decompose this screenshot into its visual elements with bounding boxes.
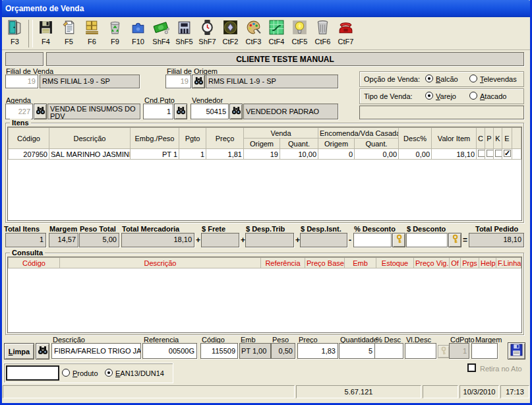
col-valor-item[interactable]: Valor Item: [432, 128, 477, 149]
filial-origem-code-field[interactable]: 19: [165, 75, 191, 88]
toolbar-button-shf7[interactable]: ShF7: [196, 18, 219, 49]
consulta-col-help[interactable]: Help: [479, 258, 496, 268]
entry-pct-desc-field[interactable]: [374, 343, 403, 359]
col-c[interactable]: C: [477, 128, 485, 149]
cnd-pgto-search-button[interactable]: [174, 104, 187, 119]
status-bar: 5.67.121 10/3/2010 17:13: [2, 384, 530, 400]
consulta-header-row: Código Descrição Referência Preço Base E…: [9, 258, 521, 268]
entry-codigo-field[interactable]: 115509: [200, 343, 238, 359]
col-pgto[interactable]: Pgto: [179, 128, 206, 149]
col-enc-origem[interactable]: Origem: [318, 139, 355, 149]
right-info-box: [359, 106, 524, 119]
toolbar-button-shf4[interactable]: ShF4: [150, 18, 173, 49]
consulta-col-referencia[interactable]: Referência: [261, 258, 305, 268]
radio-balcao[interactable]: [425, 75, 433, 82]
checkbox-c[interactable]: [478, 150, 485, 157]
radio-produto[interactable]: [62, 369, 70, 377]
filial-venda-code-field[interactable]: 19: [5, 75, 38, 88]
radio-ean13-label[interactable]: EAN13/DUN14: [115, 370, 164, 377]
col-preco[interactable]: Preço: [206, 128, 244, 149]
title-bar[interactable]: Orçamento de Venda: [0, 0, 532, 17]
entry-emb-display: PT 1,00: [239, 343, 271, 359]
radio-televendas[interactable]: [469, 75, 477, 82]
toolbar-button-f6[interactable]: F6: [80, 18, 103, 49]
col-k[interactable]: K: [494, 128, 502, 149]
filial-origem-search-button[interactable]: [192, 75, 205, 88]
entry-key-button: [438, 345, 450, 358]
entry-descricao-field[interactable]: FIBRA/FARELO TRIGO JA: [51, 343, 141, 359]
col-codigo[interactable]: Código: [9, 128, 49, 149]
toolbar-button-ctf7[interactable]: CtF7: [334, 18, 357, 49]
col-emb-peso[interactable]: Embg./Peso: [131, 128, 179, 149]
itens-grid-area[interactable]: Código Descrição Embg./Peso Pgto Preço V…: [7, 127, 522, 221]
consulta-col-preco-base[interactable]: Preço Base: [305, 258, 345, 268]
consulta-grid-area[interactable]: Código Descrição Referência Preço Base E…: [7, 257, 522, 333]
col-p[interactable]: P: [485, 128, 494, 149]
toolbar-button-label: CtF3: [246, 38, 262, 46]
consulta-col-emb[interactable]: Emb: [345, 258, 376, 268]
desconto-key-button[interactable]: [448, 233, 461, 247]
toolbar-button-shf5[interactable]: ShF5: [173, 18, 196, 49]
entry-referencia-field[interactable]: 00500G: [142, 343, 197, 359]
table-row[interactable]: 207950 SAL MARINHO JASMINE PT 1 1 1,81 1…: [9, 149, 521, 160]
radio-ean13[interactable]: [105, 369, 113, 377]
pct-desconto-key-button[interactable]: [392, 233, 405, 247]
vendedor-search-button[interactable]: [229, 104, 243, 119]
total-pedido-label: Total Pedido: [475, 226, 518, 233]
radio-varejo[interactable]: [425, 92, 433, 100]
entry-search-button[interactable]: [36, 343, 49, 359]
col-enc-quant[interactable]: Quant.: [355, 139, 399, 149]
radio-atacado[interactable]: [469, 92, 477, 100]
toolbar-button-ctf2[interactable]: CtF2: [219, 18, 242, 49]
col-e[interactable]: E: [502, 128, 512, 149]
col-venda-origem[interactable]: Origem: [244, 139, 280, 149]
agenda-search-button[interactable]: [34, 104, 47, 119]
entry-cdpgto-display: 1: [449, 343, 469, 359]
toolbar-button-ctf5[interactable]: CtF5: [288, 18, 311, 49]
col-venda-quant[interactable]: Quant.: [280, 139, 318, 149]
vendedor-code-field[interactable]: 50415: [191, 104, 229, 119]
consulta-col-preco-vig[interactable]: Preço Vig.: [414, 258, 450, 268]
toolbar-button-f4[interactable]: F4: [34, 18, 57, 49]
radio-atacado-label[interactable]: Atacado: [480, 93, 506, 100]
toolbar-button-ctf4[interactable]: CtF4: [265, 18, 288, 49]
col-desc-pct[interactable]: Desc%: [399, 128, 432, 149]
consulta-col-descricao[interactable]: Descrição: [60, 258, 261, 268]
desconto-field[interactable]: [406, 233, 448, 247]
consulta-col-of[interactable]: Of: [450, 258, 461, 268]
toolbar-button-f5[interactable]: F5: [57, 18, 80, 49]
entry-save-button[interactable]: [508, 342, 525, 359]
limpa-button[interactable]: Limpa: [4, 343, 34, 359]
toolbar-button-ctf6[interactable]: CtF6: [311, 18, 334, 49]
entry-margem-field[interactable]: [471, 343, 498, 359]
toolbar-button-f9[interactable]: F9: [103, 18, 127, 49]
toolbar-button-label: ShF4: [152, 38, 169, 46]
barcode-input[interactable]: [6, 365, 59, 381]
tipo-venda-frame: Tipo de Venda: Varejo Atacado: [359, 88, 524, 104]
consulta-col-flinha[interactable]: F.Linha: [496, 258, 521, 268]
checkbox-p[interactable]: [487, 150, 494, 157]
checkbox-k[interactable]: [495, 150, 502, 157]
retira-no-ato-checkbox[interactable]: [467, 363, 476, 372]
toolbar-button-ctf3[interactable]: CtF3: [242, 18, 265, 49]
radio-televendas-label[interactable]: Televendas: [480, 76, 517, 83]
consulta-col-estoque[interactable]: Estoque: [376, 258, 414, 268]
pct-desconto-field[interactable]: [353, 233, 392, 247]
radio-varejo-label[interactable]: Varejo: [436, 93, 456, 100]
cnd-pgto-field[interactable]: 1: [143, 104, 173, 119]
radio-balcao-label[interactable]: Balcão: [436, 76, 458, 83]
col-descricao[interactable]: Descrição: [49, 128, 131, 149]
agenda-code-field[interactable]: 227: [5, 104, 33, 119]
peso-total-field: 5,00: [79, 233, 119, 247]
checkbox-e[interactable]: [504, 150, 511, 157]
consulta-col-codigo[interactable]: Código: [9, 258, 60, 268]
consulta-col-prgs[interactable]: Prgs: [461, 258, 479, 268]
entry-quantidade-field[interactable]: 5: [339, 343, 375, 359]
entry-preco-field[interactable]: 1,83: [297, 343, 338, 359]
emblem-icon: [222, 19, 239, 37]
toolbar-button-f3[interactable]: F3: [3, 18, 26, 49]
entry-vl-desc-field[interactable]: [405, 343, 436, 359]
window-content: F3 F4 F5 F6 F9 F10: [2, 17, 530, 403]
radio-produto-label[interactable]: Produto: [73, 370, 98, 377]
toolbar-button-f10[interactable]: F10: [127, 18, 150, 49]
